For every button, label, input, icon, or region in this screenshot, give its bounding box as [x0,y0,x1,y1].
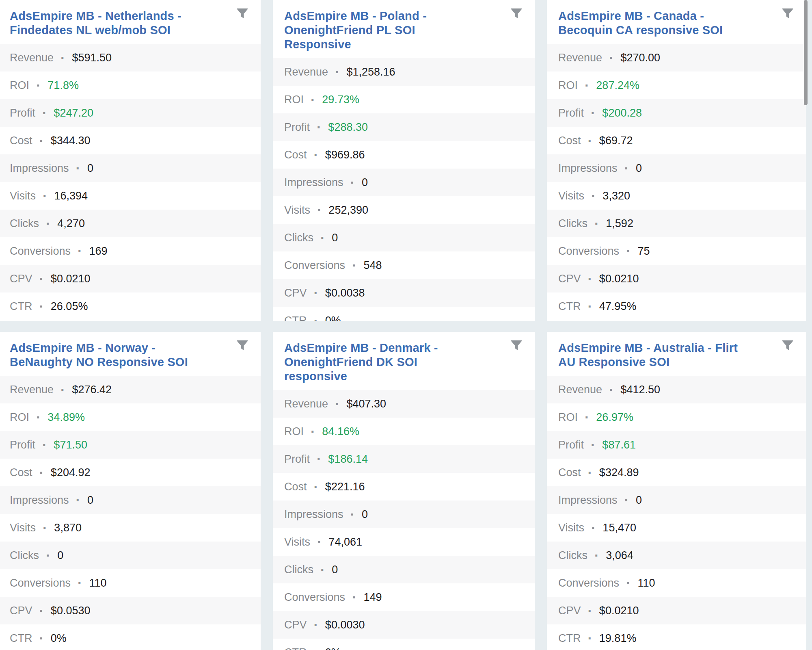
metric-label: CPV [558,604,581,617]
metric-row: Conversions·110 [547,569,806,597]
metric-label: CPV [284,287,307,299]
metric-value: $0.0210 [51,273,91,285]
metric-value: 4,270 [57,217,85,230]
metric-value: 3,320 [603,190,630,202]
campaign-card: AdsEmpire MB - Norway -BeNaughty NO Resp… [0,332,261,650]
campaign-title-line: Becoquin CA responsive SOI [558,23,772,37]
campaign-title[interactable]: AdsEmpire MB - Netherlands -Findedates N… [10,9,227,37]
metric-value: 548 [363,259,382,272]
metric-row: Clicks·0 [0,542,261,569]
metric-row: Conversions·169 [0,237,261,265]
metric-row: Visits·16,394 [0,182,261,210]
metric-label: Revenue [558,384,602,396]
metric-value: $221.16 [325,481,365,493]
metric-value: $288.30 [328,121,368,134]
campaign-card: AdsEmpire MB - Netherlands -Findedates N… [0,0,261,321]
metric-value: $591.50 [72,52,112,64]
metric-value: $69.72 [599,134,633,147]
campaign-title-line: OnenightFriend DK SOI [284,355,501,369]
metric-row: CPV·$0.0210 [0,265,261,292]
campaign-title-line: Findedates NL web/mob SOI [10,23,227,37]
metric-value: $71.50 [54,439,87,451]
metric-label: CPV [10,273,32,285]
metric-value: 34.89% [48,411,85,424]
metric-label: Impressions [10,162,69,175]
metric-row: CTR·0% [0,624,261,650]
metric-label: Revenue [10,52,54,64]
dot-separator-icon: · [36,78,41,92]
dot-separator-icon: · [39,272,44,286]
dot-separator-icon: · [78,244,82,258]
metric-row: CPV·$0.0038 [273,279,535,307]
metric-value: 0 [87,162,93,175]
metric-row: CTR·19.81% [547,624,806,650]
metric-label: CTR [558,300,581,313]
metric-label: Visits [10,190,36,202]
dot-separator-icon: · [352,258,356,272]
metric-value: $270.00 [620,52,660,64]
metric-label: Impressions [558,494,618,507]
filter-icon[interactable] [235,6,249,20]
metric-label: Conversions [10,577,71,589]
campaign-title[interactable]: AdsEmpire MB - Poland -OnenightFriend PL… [284,9,501,52]
campaign-card: AdsEmpire MB - Poland -OnenightFriend PL… [273,0,535,321]
metric-label: Clicks [10,549,39,562]
metric-label: Conversions [284,259,345,272]
dot-separator-icon: · [588,272,592,286]
metric-label: Profit [10,107,35,119]
metric-value: 47.95% [599,300,637,313]
dot-separator-icon: · [39,134,44,147]
dot-separator-icon: · [588,466,592,479]
filter-icon[interactable] [781,338,795,352]
metric-row: ROI·29.73% [273,86,535,113]
dot-separator-icon: · [588,631,592,645]
dot-separator-icon: · [320,231,325,245]
dot-separator-icon: · [594,217,599,230]
dot-separator-icon: · [43,521,47,535]
metric-label: CPV [284,619,307,631]
metric-row: Impressions·0 [547,486,806,514]
metric-row: Impressions·0 [0,154,261,182]
metric-value: 0 [362,176,368,189]
metric-value: 75 [637,245,650,258]
metric-label: ROI [10,411,29,424]
metric-row: ROI·71.8% [0,72,261,99]
campaign-title[interactable]: AdsEmpire MB - Australia - FlirtAU Respo… [558,341,772,369]
campaign-title[interactable]: AdsEmpire MB - Canada -Becoquin CA respo… [558,9,772,37]
filter-icon[interactable] [781,6,795,20]
metric-list: Revenue·$591.50ROI·71.8%Profit·$247.20Co… [0,44,261,320]
metric-label: Conversions [558,245,619,258]
campaign-title-line: AdsEmpire MB - Australia - Flirt [558,341,772,355]
campaign-card: AdsEmpire MB - Denmark -OnenightFriend D… [273,332,535,650]
campaign-title[interactable]: AdsEmpire MB - Norway -BeNaughty NO Resp… [10,341,227,369]
filter-icon[interactable] [510,338,523,352]
dot-separator-icon: · [350,507,355,521]
metric-value: $276.42 [72,384,112,396]
campaign-title[interactable]: AdsEmpire MB - Denmark -OnenightFriend D… [284,341,501,384]
dot-separator-icon: · [317,120,321,134]
dot-separator-icon: · [350,176,355,189]
vertical-scrollbar-thumb[interactable] [804,0,808,105]
metric-row: Impressions·0 [547,154,806,182]
metric-value: 0 [636,494,642,507]
metric-label: CTR [284,646,307,650]
metric-label: Cost [558,134,581,147]
metric-value: $186.14 [328,453,368,466]
metric-label: Visits [558,190,584,202]
dot-separator-icon: · [46,217,50,230]
dot-separator-icon: · [39,466,44,479]
metric-row: Revenue·$412.50 [547,376,806,403]
dot-separator-icon: · [626,244,631,258]
metric-row: Clicks·1,592 [547,210,806,237]
metric-row: ROI·26.97% [547,403,806,431]
campaign-title-line: AdsEmpire MB - Denmark - [284,341,501,355]
dot-separator-icon: · [78,576,82,590]
filter-icon[interactable] [510,6,523,20]
filter-icon[interactable] [235,338,249,352]
metric-row: Cost·$69.72 [547,127,806,154]
metric-label: Revenue [558,52,602,64]
dot-separator-icon: · [42,106,47,120]
dot-separator-icon: · [320,563,325,576]
metric-value: 287.24% [596,79,639,92]
dot-separator-icon: · [60,51,65,65]
